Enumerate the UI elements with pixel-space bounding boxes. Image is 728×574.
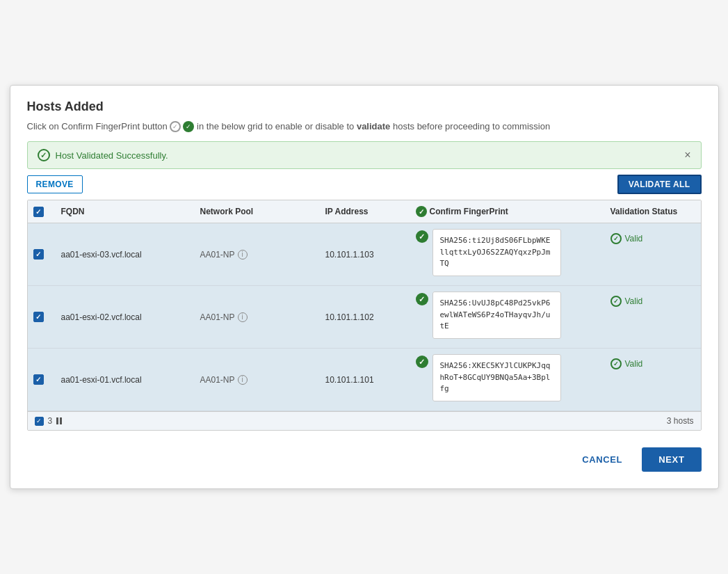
success-circle-icon bbox=[38, 149, 50, 161]
row3-confirm-fp-icon[interactable] bbox=[416, 356, 428, 368]
header-ip-label: IP Address bbox=[325, 207, 369, 216]
confirm-fp-icon bbox=[416, 206, 427, 217]
row2-fqdn: aa01-esxi-02.vcf.local bbox=[61, 312, 142, 322]
row1-fingerprint-box: SHA256:ti2Uj8dS06FLbpWKEllqttxLyOJ6S2ZAQ… bbox=[432, 229, 561, 276]
row3-network-pool: AA01-NP i bbox=[200, 375, 314, 385]
row3-checkbox-cell bbox=[28, 349, 56, 410]
row2-validation-status: Valid bbox=[605, 290, 702, 312]
table-row: aa01-esxi-02.vcf.local AA01-NP i 10.101.… bbox=[28, 286, 701, 349]
row1-validation-status: Valid bbox=[605, 228, 702, 250]
row2-fqdn-cell: aa01-esxi-02.vcf.local bbox=[56, 286, 195, 348]
header-confirm-fp: Confirm FingerPrint bbox=[410, 206, 605, 217]
row2-network-pool-cell: AA01-NP i bbox=[195, 286, 320, 348]
row1-valid-icon bbox=[610, 233, 622, 244]
row3-fqdn-cell: aa01-esxi-01.vcf.local bbox=[56, 349, 195, 410]
close-banner-button[interactable]: × bbox=[684, 150, 690, 161]
page-title: Hosts Added bbox=[27, 99, 702, 114]
header-fqdn-label: FQDN bbox=[61, 207, 85, 216]
row2-ip: 10.101.1.102 bbox=[325, 312, 374, 322]
row3-network-pool-name: AA01-NP bbox=[200, 375, 235, 385]
row1-valid-label: Valid bbox=[625, 234, 643, 244]
success-message: Host Validated Successfully. bbox=[56, 150, 168, 161]
footer-checkbox bbox=[35, 417, 44, 426]
row1-ip: 10.101.1.103 bbox=[325, 250, 374, 260]
row1-confirm-fp-icon[interactable] bbox=[416, 230, 428, 243]
row2-valid-icon bbox=[610, 296, 622, 307]
description-icons bbox=[170, 121, 194, 132]
grid-header: FQDN Network Pool IP Address Confirm Fin… bbox=[28, 200, 701, 223]
row2-fingerprint-cell: SHA256:UvUJ8pC48Pd25vkP6ewlWATeWS6Pz4oTH… bbox=[410, 286, 605, 348]
row3-checkbox[interactable] bbox=[33, 374, 44, 385]
row2-checkbox-cell bbox=[28, 286, 56, 348]
action-buttons: CANCEL NEXT bbox=[27, 447, 702, 472]
header-validation-label: Validation Status bbox=[610, 207, 678, 216]
description-text-end: hosts before proceeding to commission bbox=[393, 121, 550, 131]
table-row: aa01-esxi-01.vcf.local AA01-NP i 10.101.… bbox=[28, 349, 701, 411]
row2-checkbox[interactable] bbox=[33, 312, 44, 322]
row1-checkbox[interactable] bbox=[33, 249, 44, 260]
header-ip-address: IP Address bbox=[320, 206, 410, 217]
success-banner: Host Validated Successfully. × bbox=[27, 141, 702, 169]
cancel-button[interactable]: CANCEL bbox=[571, 449, 633, 470]
row3-fingerprint-box: SHA256:XKEC5KYJlCUKPKJqqhRoT+8GCqUY9BNQa… bbox=[432, 354, 561, 401]
footer-left: 3 bbox=[35, 416, 63, 426]
row1-fingerprint-cell: SHA256:ti2Uj8dS06FLbpWKEllqttxLyOJ6S2ZAQ… bbox=[410, 223, 605, 285]
row1-ip-cell: 10.101.1.103 bbox=[320, 223, 410, 285]
header-validation-status: Validation Status bbox=[605, 206, 702, 217]
row3-valid-icon bbox=[610, 358, 622, 369]
description-text-before: Click on Confirm FingerPrint button bbox=[27, 121, 168, 131]
row1-fqdn-cell: aa01-esxi-03.vcf.local bbox=[56, 223, 195, 285]
toolbar: REMOVE VALIDATE ALL bbox=[27, 175, 702, 194]
row1-fqdn: aa01-esxi-03.vcf.local bbox=[61, 250, 142, 260]
row3-network-pool-cell: AA01-NP i bbox=[195, 349, 320, 410]
row1-network-pool-cell: AA01-NP i bbox=[195, 223, 320, 285]
row3-fqdn: aa01-esxi-01.vcf.local bbox=[61, 375, 142, 385]
select-all-checkbox[interactable] bbox=[33, 207, 44, 217]
row2-confirm-fp-icon[interactable] bbox=[416, 293, 428, 305]
row3-validation-status: Valid bbox=[605, 353, 702, 375]
pause-icon bbox=[56, 417, 62, 424]
description-bold: validate bbox=[357, 121, 390, 131]
row1-network-pool-name: AA01-NP bbox=[200, 250, 235, 260]
row2-fingerprint-box: SHA256:UvUJ8pC48Pd25vkP6ewlWATeWS6Pz4oTH… bbox=[432, 292, 561, 339]
row1-info-icon[interactable]: i bbox=[238, 250, 248, 260]
row1-network-pool: AA01-NP i bbox=[200, 250, 314, 260]
header-checkbox-col bbox=[28, 206, 56, 217]
row2-network-pool: AA01-NP i bbox=[200, 312, 314, 322]
header-confirm-fp-label: Confirm FingerPrint bbox=[430, 207, 508, 216]
green-check-icon-desc bbox=[183, 121, 194, 132]
row3-fingerprint-cell: SHA256:XKEC5KYJlCUKPKJqqhRoT+8GCqUY9BNQa… bbox=[410, 349, 605, 410]
validate-all-button[interactable]: VALIDATE ALL bbox=[617, 175, 702, 194]
grey-check-icon bbox=[170, 121, 181, 132]
header-network-pool-label: Network Pool bbox=[200, 207, 254, 216]
modal-container: Hosts Added Click on Confirm FingerPrint… bbox=[10, 85, 719, 490]
row3-valid-label: Valid bbox=[625, 359, 643, 369]
row3-info-icon[interactable]: i bbox=[238, 375, 248, 385]
remove-button[interactable]: REMOVE bbox=[27, 175, 83, 193]
description-text-after: in the below grid to enable or disable t… bbox=[197, 121, 354, 131]
table-row: aa01-esxi-03.vcf.local AA01-NP i 10.101.… bbox=[28, 223, 701, 286]
grid-footer: 3 3 hosts bbox=[28, 411, 701, 430]
footer-count: 3 bbox=[48, 416, 53, 426]
row2-info-icon[interactable]: i bbox=[238, 312, 248, 322]
row2-ip-cell: 10.101.1.102 bbox=[320, 286, 410, 348]
description: Click on Confirm FingerPrint button in t… bbox=[27, 120, 702, 134]
row2-valid-label: Valid bbox=[625, 296, 643, 306]
row3-ip: 10.101.1.101 bbox=[325, 375, 374, 385]
footer-hosts-count: 3 hosts bbox=[667, 416, 694, 426]
row2-network-pool-name: AA01-NP bbox=[200, 312, 235, 322]
row3-ip-cell: 10.101.1.101 bbox=[320, 349, 410, 410]
hosts-grid: FQDN Network Pool IP Address Confirm Fin… bbox=[27, 200, 702, 431]
success-banner-left: Host Validated Successfully. bbox=[38, 149, 168, 161]
header-fqdn: FQDN bbox=[56, 206, 195, 217]
next-button[interactable]: NEXT bbox=[642, 447, 701, 472]
row1-checkbox-cell bbox=[28, 223, 56, 285]
header-network-pool: Network Pool bbox=[195, 206, 320, 217]
